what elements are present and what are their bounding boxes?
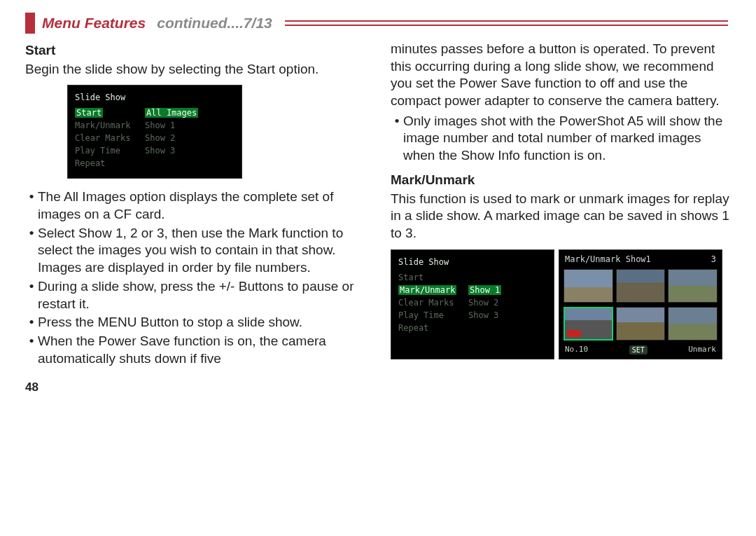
page-header: Menu Features continued....7/13 [25, 13, 731, 34]
screen2-row: Clear Marks Show 2 [398, 296, 547, 309]
screen1-row: Play Time Show 3 [75, 144, 234, 157]
bullet-dot: • [25, 333, 38, 367]
bullet-item: • Press the MENU Button to stop a slide … [25, 314, 365, 331]
bullet-dot: • [25, 314, 38, 331]
screen1-cell: All Images [145, 108, 198, 118]
header-accent-bar [25, 13, 35, 34]
screen2-cell: Mark/Unmark [398, 285, 456, 295]
bullet-dot: • [391, 113, 403, 165]
screen2-cell: Clear Marks [398, 296, 468, 309]
bullet-dot: • [25, 225, 38, 277]
screen-pair: Slide Show Start Mark/Unmark Show 1 Clea… [391, 249, 731, 360]
thumbnail-row [564, 269, 718, 303]
bullet-item: • Only images shot with the PowerShot A5… [391, 113, 731, 165]
screen2-row: Mark/Unmark Show 1 [398, 284, 547, 296]
screen3-count: 3 [711, 254, 716, 266]
bullet-dot: • [25, 278, 38, 312]
thumbnail [668, 269, 718, 303]
bullet-text: Select Show 1, 2 or 3, then use the Mark… [38, 225, 365, 277]
screen1-cell: Clear Marks [75, 132, 145, 144]
slide-show-screen-2: Slide Show Start Mark/Unmark Show 1 Clea… [391, 249, 554, 360]
screen2-cell: Repeat [398, 322, 468, 334]
screen2-cell: Play Time [398, 309, 468, 322]
thumbnail [564, 269, 613, 303]
left-column: Start Begin the slide show by selecting … [25, 41, 365, 395]
slide-show-screen-1: Slide Show Start All Images Mark/Unmark … [67, 85, 242, 179]
page-number: 48 [25, 380, 365, 395]
bullet-text: Only images shot with the PowerShot A5 w… [403, 113, 731, 165]
screen3-title-row: Mark/Unmark Show1 3 [564, 254, 718, 266]
screen1-cell: Start [75, 108, 103, 118]
right-column: minutes passes before a button is operat… [391, 41, 731, 395]
screen3-title: Mark/Unmark Show1 [565, 254, 651, 266]
bullet-text: When the Power Save function is on, the … [38, 333, 365, 367]
screen2-title: Slide Show [398, 256, 547, 268]
screen2-row: Play Time Show 3 [398, 309, 547, 322]
manual-page: Menu Features continued....7/13 Start Be… [0, 0, 756, 402]
mark-unmark-heading: Mark/Unmark [391, 172, 731, 189]
start-heading: Start [25, 42, 365, 60]
header-rule [285, 20, 728, 26]
thumbnail [616, 269, 666, 303]
bullet-text: Press the MENU Button to stop a slide sh… [38, 314, 365, 331]
thumbnail-selected [564, 307, 613, 341]
screen2-row: Start [398, 271, 547, 284]
bullet-item: • During a slide show, press the +/- But… [25, 278, 365, 312]
continuation-text: minutes passes before a button is operat… [391, 41, 731, 110]
thumbnail [616, 307, 666, 341]
bullet-item: • The All Images option displays the com… [25, 188, 365, 223]
screen1-cell: Play Time [75, 144, 145, 157]
screen1-cell: Repeat [75, 157, 145, 170]
header-subtitle: continued....7/13 [157, 15, 272, 32]
screen1-cell: Show 3 [145, 144, 234, 157]
bullet-dot: • [25, 188, 38, 223]
screen3-image-number: No.10 [565, 345, 588, 355]
bullet-text: The All Images option displays the compl… [38, 188, 365, 223]
thumbnail [668, 307, 718, 341]
bullet-item: • Select Show 1, 2 or 3, then use the Ma… [25, 225, 365, 277]
screen2-cell: Show 2 [468, 296, 547, 309]
screen1-row: Clear Marks Show 2 [75, 132, 234, 144]
screen2-row: Repeat [398, 322, 547, 334]
screen1-title: Slide Show [75, 91, 234, 104]
screen1-row: Mark/Unmark Show 1 [75, 119, 234, 132]
bullet-item: • When the Power Save function is on, th… [25, 333, 365, 367]
screen1-row: Start All Images [75, 106, 234, 119]
start-intro: Begin the slide show by selecting the St… [25, 61, 365, 78]
thumbnail-row [564, 307, 718, 341]
header-title: Menu Features [42, 15, 146, 32]
screen2-cell: Show 3 [468, 309, 547, 322]
screen1-cell: Show 1 [145, 119, 234, 132]
bullet-text: During a slide show, press the +/- Butto… [38, 278, 365, 312]
screen3-footer: No.10 SET Unmark [564, 345, 718, 355]
screen2-cell: Start [398, 271, 468, 284]
screen1-cell: Mark/Unmark [75, 119, 145, 132]
content-columns: Start Begin the slide show by selecting … [25, 41, 731, 395]
mark-unmark-thumbnail-screen: Mark/Unmark Show1 3 No.10 [559, 249, 722, 360]
set-button-icon: SET [629, 345, 648, 355]
screen2-cell: Show 1 [468, 285, 501, 295]
mark-unmark-intro: This function is used to mark or unmark … [391, 191, 731, 242]
screen1-row: Repeat [75, 157, 234, 170]
screen1-cell: Show 2 [145, 132, 234, 144]
screen3-unmark-label: Unmark [688, 345, 716, 355]
